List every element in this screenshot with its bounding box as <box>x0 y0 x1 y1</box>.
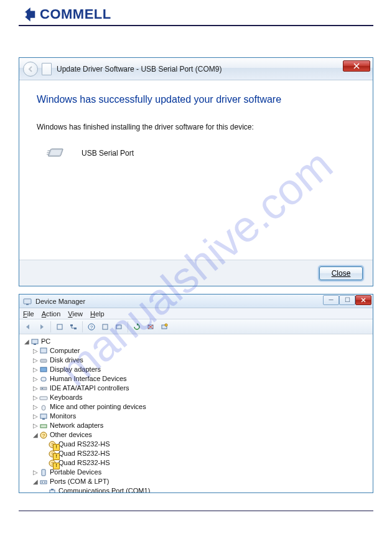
disk-icon <box>39 356 48 365</box>
keyboard-icon <box>39 393 48 402</box>
tb-prop-icon[interactable] <box>99 321 111 333</box>
tree-row[interactable]: ▷Disk drives <box>23 356 369 365</box>
tree-label: Network adapters <box>50 421 103 430</box>
window-controls: ─ ☐ <box>323 295 371 305</box>
wizard-close-icon[interactable] <box>343 60 370 72</box>
minimize-button[interactable]: ─ <box>323 295 339 305</box>
tree-row[interactable]: ▷Keyboards <box>23 393 369 402</box>
tree-row[interactable]: ?Quad RS232-HS <box>23 449 369 458</box>
brand-name: COMMELL <box>40 6 111 22</box>
tree-row[interactable]: ?Quad RS232-HS <box>23 458 369 468</box>
nav-forward-icon[interactable] <box>35 321 48 333</box>
svg-point-0 <box>22 12 27 17</box>
expand-icon[interactable]: ▷ <box>32 468 39 477</box>
tree-row[interactable]: ◢?Other devices <box>23 430 369 440</box>
wizard-message: Windows has finished installing the driv… <box>37 123 355 131</box>
tree-label: IDE ATA/ATAPI controllers <box>50 384 129 393</box>
svg-rect-6 <box>24 299 31 304</box>
svg-rect-40 <box>40 481 47 484</box>
tree-label: Ports (COM & LPT) <box>50 477 109 486</box>
expand-icon[interactable]: ▷ <box>32 374 39 384</box>
expand-icon[interactable]: ▷ <box>32 365 39 374</box>
devmgr-app-icon <box>23 297 32 306</box>
wizard-titlebar: Update Driver Software - USB Serial Port… <box>19 58 373 80</box>
tb-show-icon[interactable] <box>54 321 66 333</box>
device-tree[interactable]: ◢PC▷Computer▷Disk drives▷Display adapter… <box>19 334 373 492</box>
svg-point-42 <box>44 481 45 483</box>
svg-rect-18 <box>32 339 38 344</box>
back-button[interactable] <box>23 62 38 77</box>
tree-label: Monitors <box>50 412 76 421</box>
svg-rect-23 <box>41 377 46 381</box>
devmgr-title: Device Manager <box>35 298 85 305</box>
tree-label: Keyboards <box>50 393 83 402</box>
wizard-device-name: USB Serial Port <box>82 149 134 158</box>
window-close-button[interactable] <box>355 295 371 305</box>
collapse-icon[interactable]: ◢ <box>32 477 39 486</box>
svg-point-27 <box>42 405 45 410</box>
expand-icon[interactable]: ▷ <box>32 402 39 412</box>
tree-label: PC <box>41 337 50 346</box>
update-driver-wizard: Update Driver Software - USB Serial Port… <box>19 57 373 286</box>
tb-help-icon[interactable]: ? <box>85 321 98 333</box>
tree-row[interactable]: ▷Monitors <box>23 412 369 421</box>
other-icon: ? <box>48 440 57 449</box>
expand-icon[interactable]: ▷ <box>32 421 39 430</box>
other-icon: ? <box>48 459 57 468</box>
tree-label: Human Interface Devices <box>50 374 127 384</box>
tree-label: Computer <box>50 346 80 356</box>
tb-scan-icon[interactable] <box>113 321 125 333</box>
svg-text:?: ? <box>90 324 93 330</box>
svg-rect-9 <box>70 324 73 326</box>
nav-back-icon[interactable] <box>22 321 34 333</box>
svg-rect-29 <box>42 418 45 420</box>
tree-label: Other devices <box>50 430 92 440</box>
wizard-body: Windows has successfully updated your dr… <box>19 80 373 260</box>
menu-file[interactable]: File <box>23 310 34 318</box>
collapse-icon[interactable]: ◢ <box>32 430 39 440</box>
tree-row[interactable]: ▷Mice and other pointing devices <box>23 402 369 412</box>
svg-point-41 <box>42 481 43 483</box>
tree-row[interactable]: ▷Network adapters <box>23 421 369 430</box>
tree-row[interactable]: ?Quad RS232-HS <box>23 440 369 449</box>
tb-uninstall-icon[interactable] <box>144 321 157 333</box>
tree-label: Disk drives <box>50 356 83 365</box>
menu-help[interactable]: Help <box>90 310 105 318</box>
expand-icon[interactable]: ▷ <box>32 384 39 393</box>
tree-row[interactable]: ◢Ports (COM & LPT) <box>23 477 369 486</box>
tb-refresh-icon[interactable] <box>158 321 170 333</box>
close-button[interactable]: Close <box>319 266 363 280</box>
expand-icon[interactable]: ▷ <box>32 346 39 356</box>
tree-row[interactable]: ▷Portable Devices <box>23 468 369 477</box>
menu-view[interactable]: View <box>68 310 83 318</box>
svg-text:?: ? <box>51 451 54 457</box>
computer-icon <box>39 347 48 356</box>
tree-label: Communications Port (COM1) <box>58 486 150 492</box>
chip-icon <box>47 146 68 160</box>
expand-icon[interactable]: ▷ <box>32 393 39 402</box>
expand-icon[interactable]: ▷ <box>32 356 39 365</box>
svg-rect-20 <box>40 348 47 353</box>
tb-tree-icon[interactable] <box>67 321 80 333</box>
svg-rect-7 <box>26 304 29 305</box>
menu-action[interactable]: Action <box>42 310 61 318</box>
wizard-doc-icon <box>42 63 52 75</box>
tb-update-icon[interactable] <box>131 321 143 333</box>
tree-row[interactable]: Communications Port (COM1) <box>23 486 369 492</box>
monitor-icon <box>39 412 48 421</box>
maximize-button[interactable]: ☐ <box>339 295 355 305</box>
tree-row[interactable]: ▷Human Interface Devices <box>23 374 369 384</box>
svg-rect-24 <box>40 387 47 390</box>
svg-text:?: ? <box>51 442 54 448</box>
tree-row[interactable]: ▷IDE ATA/ATAPI controllers <box>23 384 369 393</box>
tree-row[interactable]: ◢PC <box>23 337 369 346</box>
collapse-icon[interactable]: ◢ <box>23 337 30 346</box>
tree-row[interactable]: ▷Display adapters <box>23 365 369 374</box>
svg-rect-21 <box>40 359 47 362</box>
tree-row[interactable]: ▷Computer <box>23 346 369 356</box>
port-icon <box>48 487 57 493</box>
expand-icon[interactable]: ▷ <box>32 412 39 421</box>
svg-rect-26 <box>40 397 47 400</box>
svg-point-25 <box>42 388 43 389</box>
svg-rect-22 <box>40 367 47 372</box>
